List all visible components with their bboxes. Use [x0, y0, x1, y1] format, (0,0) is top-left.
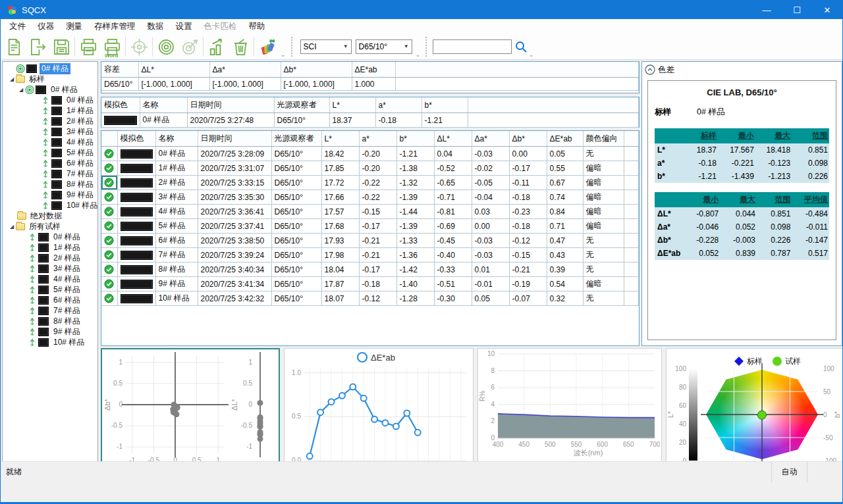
- lab-gamut-chart[interactable]: 标样试样100806040200L*100500-50-100b*-100-50…: [666, 348, 843, 480]
- tree-item-15[interactable]: ◢所有试样: [3, 221, 97, 232]
- color-card-search-button[interactable]: [256, 36, 279, 59]
- minimize-button[interactable]: —: [751, 1, 782, 19]
- delta-e-line-chart[interactable]: 1234567891011121314150.00.51.0ΔE*ab: [284, 348, 474, 480]
- toolbar-overflow-icon[interactable]: ⌄: [528, 51, 535, 59]
- tree-item-10[interactable]: 7# 样品: [3, 168, 97, 179]
- menu-item-5[interactable]: 设置: [170, 19, 198, 34]
- tree-expander-icon[interactable]: ◢: [8, 76, 16, 82]
- sample-table-header[interactable]: [101, 131, 117, 147]
- sample-table-header[interactable]: 颜色偏向: [583, 131, 624, 147]
- tree-item-0[interactable]: 0# 样品: [3, 63, 97, 74]
- sample-row-2[interactable]: 2# 样品2020/7/25 3:33:15D65/10°17.72-0.22-…: [101, 176, 639, 190]
- standard-row[interactable]: 0# 样品2020/7/25 3:27:48D65/10°18.37-0.18-…: [101, 113, 639, 128]
- search-input[interactable]: [433, 39, 512, 54]
- sample-row-0[interactable]: 0# 样品2020/7/25 3:28:09D65/10°18.42-0.20-…: [101, 147, 639, 161]
- sample-row-10[interactable]: 10# 样品2020/7/25 3:42:32D65/10°18.07-0.12…: [101, 291, 639, 306]
- sample-table-header[interactable]: 模拟色: [117, 131, 155, 147]
- tree-item-13[interactable]: 10# 样品: [3, 200, 97, 211]
- tree-item-18[interactable]: 2# 样品: [3, 253, 97, 263]
- sci-combobox[interactable]: SCI ▼: [300, 39, 352, 54]
- sample-table-header[interactable]: ΔE*ab: [547, 131, 583, 147]
- color-swatch: [38, 275, 49, 284]
- sample-table-header[interactable]: b*: [396, 131, 434, 147]
- tree-item-19[interactable]: 3# 样品: [3, 263, 97, 274]
- delete-button[interactable]: [229, 36, 252, 59]
- tree-item-2[interactable]: ◢0# 样品: [3, 84, 97, 95]
- sample-table-header[interactable]: L*: [321, 131, 359, 147]
- print-button[interactable]: [76, 36, 100, 59]
- menu-item-2[interactable]: 测量: [60, 19, 88, 34]
- tree-expander-icon[interactable]: ◢: [8, 224, 16, 230]
- toolbar-overflow-icon[interactable]: ⌄: [279, 51, 287, 59]
- sample-row-9[interactable]: 9# 样品2020/7/25 3:41:34D65/10°17.87-0.18-…: [101, 277, 639, 291]
- save-button[interactable]: [49, 36, 73, 59]
- tree-item-9[interactable]: 6# 样品: [3, 158, 97, 168]
- tree-item-23[interactable]: 7# 样品: [3, 305, 97, 316]
- tree-item-6[interactable]: 3# 样品: [3, 126, 97, 137]
- locate-button[interactable]: [127, 36, 151, 59]
- sample-row-4[interactable]: 4# 样品2020/7/25 3:36:41D65/10°17.57-0.15-…: [101, 205, 639, 219]
- sample-table-header[interactable]: ΔL*: [434, 131, 472, 147]
- sample-row-6[interactable]: 6# 样品2020/7/25 3:38:50D65/10°17.93-0.21-…: [101, 234, 639, 248]
- menu-item-3[interactable]: 存样库管理: [88, 19, 142, 34]
- measure-standard-button[interactable]: [154, 36, 178, 59]
- sample-row-8[interactable]: 8# 样品2020/7/25 3:40:34D65/10°18.04-0.17-…: [101, 263, 639, 277]
- export-button[interactable]: [26, 36, 49, 59]
- menu-item-7[interactable]: 帮助: [243, 19, 271, 34]
- tree-item-14[interactable]: 绝对数据: [3, 211, 97, 221]
- tree-item-24[interactable]: 8# 样品: [3, 316, 97, 326]
- tree-item-17[interactable]: 1# 样品: [3, 242, 97, 253]
- delta-stats-cell: ΔL*: [655, 207, 684, 220]
- report-chart-button[interactable]: [205, 36, 229, 59]
- new-document-button[interactable]: [2, 36, 26, 59]
- check-icon: [104, 221, 114, 231]
- illuminant-combobox[interactable]: D65/10° ▼: [356, 39, 412, 54]
- tree-item-1[interactable]: ◢标样: [3, 74, 97, 84]
- sample-table-header[interactable]: Δb*: [509, 131, 547, 147]
- tree-item-26[interactable]: 10# 样品: [3, 337, 97, 347]
- delta-stats-cell: -0.807: [684, 207, 720, 220]
- menu-item-1[interactable]: 仪器: [32, 19, 60, 34]
- sample-table-header[interactable]: a*: [359, 131, 396, 147]
- tree-item-7[interactable]: 4# 样品: [3, 137, 97, 147]
- sample-row-3[interactable]: 3# 样品2020/7/25 3:35:30D65/10°17.66-0.22-…: [101, 190, 639, 205]
- toolbar-overflow-icon[interactable]: ⌄: [414, 51, 422, 59]
- menu-item-0[interactable]: 文件: [3, 19, 32, 34]
- sample-arrow-icon: [41, 149, 50, 157]
- tree-item-25[interactable]: 9# 样品: [3, 326, 97, 337]
- sample-table-header[interactable]: 光源观察者: [271, 131, 321, 147]
- sample-table-header[interactable]: Δa*: [472, 131, 509, 147]
- tree-item-11[interactable]: 8# 样品: [3, 179, 97, 189]
- tree-item-4[interactable]: 1# 样品: [3, 105, 97, 116]
- measure-sample-button[interactable]: [178, 36, 202, 59]
- menu-item-6[interactable]: 色卡匹检: [198, 19, 243, 34]
- sample-cell: 无: [583, 263, 624, 277]
- tree-item-20[interactable]: 4# 样品: [3, 274, 97, 284]
- color-swatch: [36, 86, 46, 94]
- sample-table-header[interactable]: 日期时间: [198, 131, 271, 147]
- tree-item-12[interactable]: 9# 样品: [3, 189, 97, 200]
- collapse-icon[interactable]: [645, 64, 655, 75]
- auto-mode-cell[interactable]: 自动: [771, 462, 807, 482]
- sample-table-header[interactable]: 名称: [155, 131, 198, 147]
- delta-ab-scatter-chart[interactable]: -1-0.500.51-1-0.500.51Δa*Δb*-1-0.500.51Δ…: [101, 348, 280, 480]
- tolerance-row[interactable]: D65/10°[-1.000, 1.000][-1.000, 1.000][-1…: [101, 78, 639, 91]
- lab-stats-header: 最大: [755, 128, 792, 143]
- sample-row-5[interactable]: 5# 样品2020/7/25 3:37:41D65/10°17.68-0.17-…: [101, 219, 639, 234]
- tree-item-5[interactable]: 2# 样品: [3, 116, 97, 126]
- tree-item-3[interactable]: 0# 样品: [3, 95, 97, 105]
- tree-item-8[interactable]: 5# 样品: [3, 147, 97, 158]
- tree-expander-icon[interactable]: ◢: [17, 87, 25, 93]
- tree-item-21[interactable]: 5# 样品: [3, 284, 97, 295]
- sample-row-1[interactable]: 1# 样品2020/7/25 3:31:07D65/10°17.85-0.20-…: [101, 161, 639, 176]
- tree-item-16[interactable]: 0# 样品: [3, 232, 97, 242]
- menu-item-4[interactable]: 数据: [142, 19, 170, 34]
- sample-table-header[interactable]: [624, 131, 639, 147]
- print-word-button[interactable]: Word: [100, 36, 124, 59]
- tree-item-22[interactable]: 6# 样品: [3, 295, 97, 305]
- close-button[interactable]: ✕: [812, 1, 842, 19]
- spectral-reflectance-chart[interactable]: 0246810400450500550600650700波长(nm)R%: [477, 348, 662, 480]
- sample-row-7[interactable]: 7# 样品2020/7/25 3:39:24D65/10°17.98-0.21-…: [101, 248, 639, 263]
- maximize-button[interactable]: ☐: [782, 1, 812, 19]
- search-icon[interactable]: [514, 40, 528, 53]
